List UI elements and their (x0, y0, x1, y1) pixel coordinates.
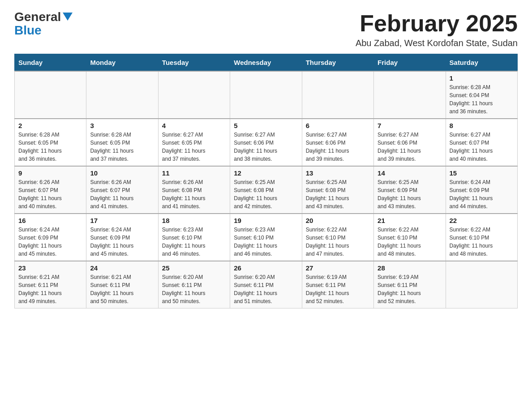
day-info: Sunrise: 6:21 AM Sunset: 6:11 PM Dayligh… (18, 273, 82, 305)
calendar-row-1: 2Sunrise: 6:28 AM Sunset: 6:05 PM Daylig… (15, 119, 518, 166)
calendar-cell: 7Sunrise: 6:27 AM Sunset: 6:06 PM Daylig… (374, 119, 446, 166)
calendar-cell: 21Sunrise: 6:22 AM Sunset: 6:10 PM Dayli… (374, 214, 446, 261)
day-info: Sunrise: 6:27 AM Sunset: 6:07 PM Dayligh… (450, 131, 514, 163)
day-info: Sunrise: 6:28 AM Sunset: 6:04 PM Dayligh… (450, 83, 514, 116)
day-info: Sunrise: 6:27 AM Sunset: 6:06 PM Dayligh… (306, 131, 370, 163)
calendar-cell: 28Sunrise: 6:19 AM Sunset: 6:11 PM Dayli… (374, 261, 446, 308)
day-number: 6 (306, 122, 370, 129)
calendar-cell: 26Sunrise: 6:20 AM Sunset: 6:11 PM Dayli… (230, 261, 302, 308)
calendar-cell (158, 71, 230, 119)
day-info: Sunrise: 6:27 AM Sunset: 6:06 PM Dayligh… (378, 131, 442, 163)
day-info: Sunrise: 6:20 AM Sunset: 6:11 PM Dayligh… (234, 273, 298, 305)
day-number: 20 (306, 217, 370, 224)
calendar-cell (15, 71, 86, 119)
calendar-cell: 9Sunrise: 6:26 AM Sunset: 6:07 PM Daylig… (15, 166, 86, 214)
header-cell-wednesday: Wednesday (230, 54, 302, 72)
calendar-cell: 17Sunrise: 6:24 AM Sunset: 6:09 PM Dayli… (86, 214, 158, 261)
day-number: 10 (90, 169, 154, 177)
calendar-row-3: 16Sunrise: 6:24 AM Sunset: 6:09 PM Dayli… (15, 214, 518, 261)
day-number: 24 (90, 264, 154, 272)
day-number: 15 (450, 169, 514, 177)
day-info: Sunrise: 6:25 AM Sunset: 6:08 PM Dayligh… (234, 178, 298, 210)
calendar-cell: 13Sunrise: 6:25 AM Sunset: 6:08 PM Dayli… (302, 166, 373, 214)
calendar-cell: 16Sunrise: 6:24 AM Sunset: 6:09 PM Dayli… (15, 214, 86, 261)
calendar-table: SundayMondayTuesdayWednesdayThursdayFrid… (14, 54, 518, 308)
day-number: 11 (162, 169, 226, 177)
day-number: 14 (378, 169, 442, 177)
calendar-row-4: 23Sunrise: 6:21 AM Sunset: 6:11 PM Dayli… (15, 261, 518, 308)
day-info: Sunrise: 6:22 AM Sunset: 6:10 PM Dayligh… (378, 226, 442, 258)
calendar-cell: 12Sunrise: 6:25 AM Sunset: 6:08 PM Dayli… (230, 166, 302, 214)
calendar-row-2: 9Sunrise: 6:26 AM Sunset: 6:07 PM Daylig… (15, 166, 518, 214)
day-info: Sunrise: 6:26 AM Sunset: 6:07 PM Dayligh… (18, 178, 82, 210)
day-info: Sunrise: 6:26 AM Sunset: 6:07 PM Dayligh… (90, 178, 154, 210)
day-info: Sunrise: 6:28 AM Sunset: 6:05 PM Dayligh… (90, 131, 154, 163)
day-number: 17 (90, 217, 154, 224)
logo-blue: Blue (14, 23, 42, 38)
day-number: 2 (18, 122, 82, 129)
calendar-cell: 2Sunrise: 6:28 AM Sunset: 6:05 PM Daylig… (15, 119, 86, 166)
day-info: Sunrise: 6:26 AM Sunset: 6:08 PM Dayligh… (162, 178, 226, 210)
month-year-title: February 2025 (356, 11, 518, 36)
day-info: Sunrise: 6:24 AM Sunset: 6:09 PM Dayligh… (18, 226, 82, 258)
calendar-cell (230, 71, 302, 119)
calendar-cell: 25Sunrise: 6:20 AM Sunset: 6:11 PM Dayli… (158, 261, 230, 308)
location-subtitle: Abu Zabad, West Kordofan State, Sudan (356, 38, 518, 48)
day-info: Sunrise: 6:24 AM Sunset: 6:09 PM Dayligh… (450, 178, 514, 210)
day-number: 28 (378, 264, 442, 272)
calendar-cell: 27Sunrise: 6:19 AM Sunset: 6:11 PM Dayli… (302, 261, 373, 308)
calendar-cell: 5Sunrise: 6:27 AM Sunset: 6:06 PM Daylig… (230, 119, 302, 166)
calendar-header: SundayMondayTuesdayWednesdayThursdayFrid… (15, 54, 518, 72)
day-number: 4 (162, 122, 226, 129)
day-info: Sunrise: 6:28 AM Sunset: 6:05 PM Dayligh… (18, 131, 82, 163)
day-info: Sunrise: 6:25 AM Sunset: 6:08 PM Dayligh… (306, 178, 370, 210)
calendar-cell: 6Sunrise: 6:27 AM Sunset: 6:06 PM Daylig… (302, 119, 373, 166)
header-cell-tuesday: Tuesday (158, 54, 230, 72)
day-info: Sunrise: 6:19 AM Sunset: 6:11 PM Dayligh… (378, 273, 442, 305)
calendar-cell: 11Sunrise: 6:26 AM Sunset: 6:08 PM Dayli… (158, 166, 230, 214)
day-info: Sunrise: 6:20 AM Sunset: 6:11 PM Dayligh… (162, 273, 226, 305)
day-info: Sunrise: 6:23 AM Sunset: 6:10 PM Dayligh… (234, 226, 298, 258)
day-info: Sunrise: 6:27 AM Sunset: 6:05 PM Dayligh… (162, 131, 226, 163)
day-number: 21 (378, 217, 442, 224)
day-number: 22 (450, 217, 514, 224)
day-info: Sunrise: 6:22 AM Sunset: 6:10 PM Dayligh… (450, 226, 514, 258)
header-cell-sunday: Sunday (15, 54, 86, 72)
day-info: Sunrise: 6:24 AM Sunset: 6:09 PM Dayligh… (90, 226, 154, 258)
day-info: Sunrise: 6:23 AM Sunset: 6:10 PM Dayligh… (162, 226, 226, 258)
day-info: Sunrise: 6:27 AM Sunset: 6:06 PM Dayligh… (234, 131, 298, 163)
day-info: Sunrise: 6:22 AM Sunset: 6:10 PM Dayligh… (306, 226, 370, 258)
calendar-cell: 1Sunrise: 6:28 AM Sunset: 6:04 PM Daylig… (446, 71, 517, 119)
calendar-cell: 4Sunrise: 6:27 AM Sunset: 6:05 PM Daylig… (158, 119, 230, 166)
day-info: Sunrise: 6:19 AM Sunset: 6:11 PM Dayligh… (306, 273, 370, 305)
calendar-cell: 23Sunrise: 6:21 AM Sunset: 6:11 PM Dayli… (15, 261, 86, 308)
day-number: 16 (18, 217, 82, 224)
svg-marker-0 (63, 13, 73, 21)
header-row: SundayMondayTuesdayWednesdayThursdayFrid… (15, 54, 518, 72)
day-number: 1 (450, 74, 514, 82)
page-header: General Blue February 2025 Abu Zabad, We… (14, 11, 518, 48)
calendar-cell: 15Sunrise: 6:24 AM Sunset: 6:09 PM Dayli… (446, 166, 517, 214)
day-number: 5 (234, 122, 298, 129)
header-cell-monday: Monday (86, 54, 158, 72)
calendar-cell: 19Sunrise: 6:23 AM Sunset: 6:10 PM Dayli… (230, 214, 302, 261)
day-number: 12 (234, 169, 298, 177)
day-number: 18 (162, 217, 226, 224)
day-number: 8 (450, 122, 514, 129)
day-number: 27 (306, 264, 370, 272)
header-cell-friday: Friday (374, 54, 446, 72)
calendar-cell: 20Sunrise: 6:22 AM Sunset: 6:10 PM Dayli… (302, 214, 373, 261)
calendar-row-0: 1Sunrise: 6:28 AM Sunset: 6:04 PM Daylig… (15, 71, 518, 119)
day-number: 9 (18, 169, 82, 177)
calendar-cell (374, 71, 446, 119)
logo-general: General (14, 11, 61, 23)
calendar-cell: 8Sunrise: 6:27 AM Sunset: 6:07 PM Daylig… (446, 119, 517, 166)
calendar-cell (86, 71, 158, 119)
calendar-cell: 24Sunrise: 6:21 AM Sunset: 6:11 PM Dayli… (86, 261, 158, 308)
day-info: Sunrise: 6:21 AM Sunset: 6:11 PM Dayligh… (90, 273, 154, 305)
header-cell-saturday: Saturday (446, 54, 517, 72)
day-number: 25 (162, 264, 226, 272)
calendar-cell: 3Sunrise: 6:28 AM Sunset: 6:05 PM Daylig… (86, 119, 158, 166)
calendar-cell: 18Sunrise: 6:23 AM Sunset: 6:10 PM Dayli… (158, 214, 230, 261)
day-number: 13 (306, 169, 370, 177)
